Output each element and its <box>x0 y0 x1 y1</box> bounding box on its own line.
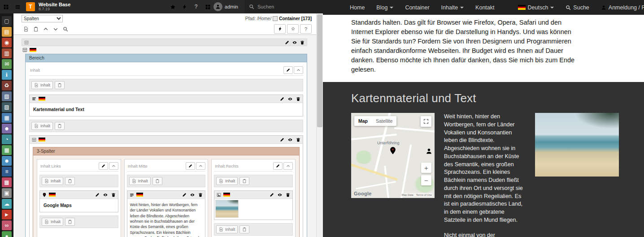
add-content-button[interactable]: Inhalt <box>129 177 151 185</box>
nav-inhalte[interactable]: Inhalte <box>441 4 464 11</box>
edit-icon[interactable] <box>280 97 284 101</box>
module-view-icon[interactable]: ◉ <box>2 38 12 47</box>
delete-icon[interactable] <box>296 138 300 142</box>
paste-content-button[interactable] <box>239 225 249 233</box>
nav-home[interactable]: Home <box>350 4 365 11</box>
terms-link[interactable]: Terms of Use <box>416 194 432 196</box>
menu-toggle-icon[interactable] <box>12 0 23 13</box>
zoom-in-button[interactable]: + <box>421 163 431 173</box>
typo3-logo[interactable]: T <box>26 2 35 11</box>
module-tables-icon[interactable]: ▦ <box>2 113 12 123</box>
three-column-title[interactable]: 3-Spalter <box>33 147 299 155</box>
module-scheduler-icon[interactable]: ◔ <box>2 134 12 144</box>
backend-search-field[interactable]: Suchen <box>244 0 323 13</box>
clear-cache-bolt-icon[interactable] <box>178 0 190 13</box>
edit-icon[interactable] <box>182 193 187 197</box>
module-linkvalidator-icon[interactable]: ∞ <box>2 220 12 230</box>
google-map-widget[interactable]: Map Satellite Unterföhring + − Google Ma… <box>351 113 435 198</box>
add-content-button[interactable]: Inhalt <box>31 81 53 89</box>
column-view-select[interactable]: Spalten <box>22 15 63 22</box>
edit-icon[interactable] <box>280 138 284 142</box>
google-maps-element-title[interactable]: Google Maps <box>40 199 118 212</box>
text-content-element[interactable]: Weit hinten, hinter den Wortbergen, fern… <box>127 190 206 237</box>
delete-icon[interactable] <box>198 193 203 197</box>
paste-content-button[interactable] <box>239 177 249 185</box>
module-info-icon[interactable]: ℹ <box>2 70 12 80</box>
nav-blog[interactable]: Blog <box>376 4 393 11</box>
pegman-icon[interactable] <box>426 148 432 156</box>
module-redirects-icon[interactable]: ► <box>2 210 12 220</box>
edit-icon[interactable] <box>285 40 289 45</box>
google-logo[interactable]: Google <box>354 191 372 196</box>
nav-kontakt[interactable]: Kontakt <box>475 4 494 11</box>
breadcrumb-record[interactable]: Container [173] <box>279 16 312 21</box>
paste-content-button[interactable] <box>55 81 65 89</box>
add-content-button[interactable]: Inhalt <box>42 177 63 185</box>
visibility-icon[interactable] <box>292 40 297 45</box>
delete-icon[interactable] <box>111 193 116 197</box>
paste-content-button[interactable] <box>65 218 75 226</box>
edit-column-button[interactable] <box>273 162 283 170</box>
site-search[interactable]: Suche <box>566 4 589 11</box>
module-cloud-icon[interactable]: ☁ <box>2 199 12 209</box>
search-records-icon[interactable] <box>61 25 70 33</box>
username[interactable]: admin <box>225 4 238 9</box>
modules-toggle-icon[interactable] <box>0 0 12 13</box>
system-info-grid-icon[interactable] <box>202 0 213 13</box>
map-tab[interactable]: Map <box>354 116 372 126</box>
zoom-out-button[interactable]: − <box>421 175 431 185</box>
visibility-icon[interactable] <box>103 193 108 197</box>
add-content-button[interactable]: Inhalt <box>216 225 238 233</box>
paste-icon[interactable] <box>31 25 40 33</box>
fullscreen-button[interactable] <box>421 116 431 127</box>
module-feusers-icon[interactable]: ☻ <box>2 156 12 166</box>
grid-content-element[interactable]: 3-Spalter Inhalt Links <box>29 135 303 237</box>
map-data-label[interactable]: Map Data <box>402 194 413 196</box>
edit-icon[interactable] <box>95 193 100 197</box>
module-mail-icon[interactable]: ✉ <box>2 59 12 69</box>
collapse-column-button[interactable] <box>109 162 118 170</box>
module-template-icon[interactable]: ▧ <box>2 91 12 101</box>
edit-column-button[interactable] <box>99 162 108 170</box>
collapse-column-button[interactable] <box>283 162 293 170</box>
bookmark-star-icon[interactable] <box>167 0 178 13</box>
visibility-icon[interactable] <box>288 138 292 142</box>
module-media-icon[interactable]: ▣ <box>2 188 12 198</box>
module-filelist-icon[interactable]: ▤ <box>2 27 12 37</box>
edit-icon[interactable] <box>270 193 274 197</box>
module-database-icon[interactable]: ≡ <box>2 167 12 177</box>
move-up-icon[interactable] <box>41 25 50 33</box>
new-content-icon[interactable] <box>22 25 30 33</box>
google-maps-element[interactable]: Google Maps <box>39 190 118 212</box>
language-switcher[interactable]: Deutsch <box>518 4 554 11</box>
module-recycler-icon[interactable]: ♻ <box>2 81 12 90</box>
user-avatar[interactable] <box>213 2 222 11</box>
paste-content-button[interactable] <box>55 122 65 130</box>
module-dbcheck-icon[interactable]: ▦ <box>2 145 12 155</box>
satellite-tab[interactable]: Satellite <box>372 116 396 126</box>
module-typoscript-icon[interactable]: ▨ <box>2 102 12 112</box>
collapse-column-button[interactable] <box>294 66 303 74</box>
visibility-icon[interactable] <box>288 97 292 101</box>
module-beusers-icon[interactable]: ☻ <box>2 124 12 134</box>
module-seo-icon[interactable]: ● <box>2 231 12 237</box>
help-button[interactable]: ? <box>300 24 312 34</box>
breadcrumb-path[interactable]: Pfad: /Home/ <box>245 16 271 21</box>
clear-cache-button[interactable] <box>274 24 286 34</box>
header-element-title[interactable]: Kartenmaterial und Text <box>30 103 303 116</box>
module-extensions-icon[interactable]: ▩ <box>2 177 12 187</box>
paste-content-button[interactable] <box>65 177 75 185</box>
area-container-title[interactable]: Bereich <box>26 54 307 62</box>
map-marker-icon[interactable] <box>389 145 397 156</box>
delete-icon[interactable] <box>296 97 300 101</box>
visibility-icon[interactable] <box>190 193 195 197</box>
scrollbar-thumb[interactable] <box>317 14 322 127</box>
delete-icon[interactable] <box>300 40 305 45</box>
container-element-bar[interactable] <box>22 39 307 46</box>
move-down-icon[interactable] <box>51 25 60 33</box>
collapse-column-button[interactable] <box>196 162 205 170</box>
add-content-button[interactable]: Inhalt <box>31 122 53 130</box>
module-list-icon[interactable]: ▥ <box>2 48 12 58</box>
paste-content-button[interactable] <box>152 177 162 185</box>
login-register[interactable]: Anmeldung / Registrierung <box>601 4 644 11</box>
